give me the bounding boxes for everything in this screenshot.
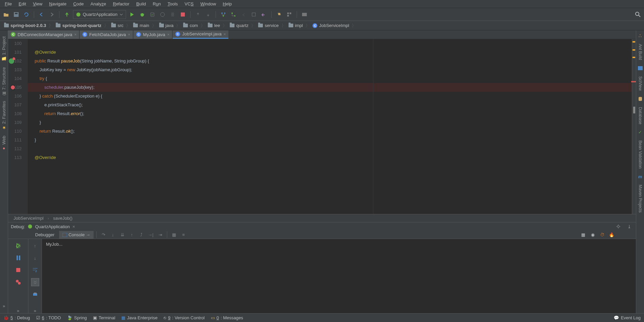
override-icon[interactable] xyxy=(9,58,14,64)
debug-icon[interactable] xyxy=(138,10,146,19)
menu-help[interactable]: Help xyxy=(219,1,235,7)
error-mark[interactable] xyxy=(631,81,636,82)
menu-analyze[interactable]: Analyze xyxy=(87,1,109,7)
line-number[interactable]: 106 xyxy=(8,92,22,101)
scroll-thumb[interactable] xyxy=(633,107,635,113)
search-everywhere-icon[interactable] xyxy=(634,10,642,19)
line-gutter[interactable]: 1001011021031041051061071081091101111121… xyxy=(8,39,28,214)
close-icon[interactable]: × xyxy=(128,32,130,36)
tool-bean[interactable]: Bean Validation xyxy=(637,138,643,171)
resume-icon[interactable] xyxy=(14,254,22,262)
editor-tab[interactable]: CJobServiceImpl.java× xyxy=(173,30,228,39)
breadcrumb-item[interactable]: com xyxy=(180,22,201,30)
code-editor[interactable]: 1001011021031041051061071081091101111121… xyxy=(8,39,636,214)
pin-icon[interactable]: ⤓ xyxy=(625,222,633,231)
code-line[interactable]: @Override xyxy=(28,48,632,57)
breadcrumb-item[interactable]: src xyxy=(108,22,126,30)
code-line[interactable] xyxy=(28,144,632,153)
stop-debug-icon[interactable] xyxy=(14,266,22,274)
menu-refactor[interactable]: Refactor xyxy=(109,1,133,7)
undo-icon[interactable] xyxy=(260,10,268,19)
status-messages[interactable]: ▭ 0: Messages xyxy=(211,315,243,320)
breadcrumb-item[interactable]: spring-boot-2.0.3 xyxy=(1,22,49,30)
breadcrumb-item[interactable]: quartz xyxy=(227,22,251,30)
warning-mark[interactable] xyxy=(633,41,635,43)
back-icon[interactable] xyxy=(38,10,46,19)
breakpoint-icon[interactable] xyxy=(10,85,16,90)
menu-edit[interactable]: Edit xyxy=(15,1,29,7)
print-icon[interactable] xyxy=(31,290,39,298)
breadcrumb-item[interactable]: main xyxy=(130,22,152,30)
speed-icon[interactable]: ⏱ xyxy=(598,231,606,239)
branch-icon[interactable] xyxy=(219,10,227,19)
sciview-icon[interactable] xyxy=(636,64,644,72)
tab-console[interactable]: Console → xyxy=(59,231,94,239)
menu-file[interactable]: File xyxy=(1,1,15,7)
code-line[interactable]: scheduler.pauseJob(key); xyxy=(28,83,632,92)
rerun-icon[interactable] xyxy=(14,242,22,250)
step-into-icon[interactable]: ↓ xyxy=(109,231,117,239)
status-debug[interactable]: 🐞 5: Debug xyxy=(3,315,30,320)
line-number[interactable]: 107 xyxy=(8,101,22,109)
more2-icon[interactable]: » xyxy=(31,306,39,313)
error-stripe[interactable] xyxy=(632,39,636,214)
structure-icon[interactable] xyxy=(285,10,293,19)
menu-view[interactable]: View xyxy=(29,1,46,7)
breadcrumb-item[interactable]: service xyxy=(255,22,281,30)
editor-tab[interactable]: CMyJob.java× xyxy=(133,30,172,39)
run-cursor-icon[interactable]: →| xyxy=(147,231,155,239)
navtrail-method[interactable]: saveJob() xyxy=(53,216,72,221)
attach-icon[interactable] xyxy=(169,10,177,19)
line-number[interactable]: 100 xyxy=(8,39,22,48)
menu-code[interactable]: Code xyxy=(70,1,87,7)
sdk-icon[interactable] xyxy=(300,10,308,19)
menu-window[interactable]: Window xyxy=(197,1,219,7)
code-line[interactable]: return Result.ok(); xyxy=(28,127,632,136)
ant-icon[interactable]: ∴ xyxy=(636,32,644,40)
stop-icon[interactable] xyxy=(179,10,187,19)
scroll-up-icon[interactable]: ↑ xyxy=(31,242,39,250)
status-javaee[interactable]: ▦ Java Enterprise xyxy=(121,315,157,320)
gear-icon[interactable] xyxy=(614,222,622,231)
menu-run[interactable]: Run xyxy=(149,1,164,7)
code-line[interactable]: } catch (SchedulerException e) { xyxy=(28,92,632,101)
watches-icon[interactable]: ≡ xyxy=(179,231,188,239)
navtrail-class[interactable]: JobServiceImpl xyxy=(14,216,44,221)
breakpoints-icon[interactable] xyxy=(14,278,22,286)
console-output[interactable]: MyJob... xyxy=(42,239,636,313)
breadcrumb-item[interactable]: spring-boot-quartz xyxy=(53,22,104,30)
line-number[interactable]: 108 xyxy=(8,109,22,118)
run-icon[interactable] xyxy=(128,10,136,19)
profile-icon[interactable] xyxy=(158,10,167,19)
bean-icon[interactable]: ✓ xyxy=(636,128,644,136)
menu-navigate[interactable]: Navigate xyxy=(46,1,70,7)
breadcrumb-item[interactable]: CJobServiceImpl xyxy=(310,22,352,30)
scroll-down-icon[interactable]: ↓ xyxy=(31,254,39,262)
warning-mark[interactable] xyxy=(633,57,635,58)
tab-debugger[interactable]: Debugger xyxy=(32,231,58,239)
step-out-icon[interactable]: ↑ xyxy=(128,231,136,239)
status-spring[interactable]: 🍃 Spring xyxy=(67,315,87,320)
status-vcs[interactable]: ⎋ 9: Version Control xyxy=(164,315,204,320)
status-todo[interactable]: ☑ 6: TODO xyxy=(36,315,61,320)
more-tools-icon[interactable]: » xyxy=(0,302,8,310)
line-number[interactable]: 113 xyxy=(8,153,22,162)
camera-icon[interactable]: ◉ xyxy=(589,231,597,239)
line-number[interactable]: 111 xyxy=(8,136,22,144)
tool-project[interactable]: 📁1: Project xyxy=(1,34,7,64)
layout-icon[interactable]: ▦ xyxy=(579,231,587,239)
editor-tab[interactable]: CDBConnectionManager.java× xyxy=(8,30,79,39)
compile-icon[interactable] xyxy=(63,10,71,19)
branch2-icon[interactable] xyxy=(229,10,238,19)
calc-icon[interactable]: ▦ xyxy=(170,231,178,239)
menu-build[interactable]: Build xyxy=(133,1,149,7)
line-number[interactable]: 103 xyxy=(8,65,22,74)
more-icon[interactable]: » xyxy=(14,306,22,313)
history-icon[interactable] xyxy=(250,10,258,19)
status-eventlog[interactable]: 💬 Event Log xyxy=(614,315,641,320)
close-icon[interactable]: × xyxy=(74,32,76,36)
code-line[interactable]: return Result.error(); xyxy=(28,109,632,118)
drop-frame-icon[interactable]: ⤴ xyxy=(137,231,145,239)
refresh-icon[interactable] xyxy=(22,10,30,19)
step-force-icon[interactable]: ⇊ xyxy=(118,231,126,239)
